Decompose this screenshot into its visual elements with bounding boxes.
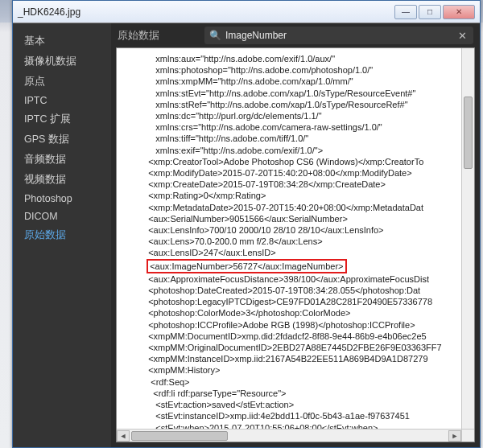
xml-line: <aux:LensID>247</aux:LensID> bbox=[141, 247, 458, 258]
sidebar-item[interactable]: DICOM bbox=[13, 208, 111, 225]
sidebar-item[interactable]: 基本 bbox=[13, 31, 111, 51]
panel-heading: 原始数据 bbox=[118, 28, 198, 43]
xml-line: xmlns:xmpMM="http://ns.adobe.com/xap/1.0… bbox=[141, 76, 458, 87]
titlebar[interactable]: _HDK6246.jpg — □ ✕ bbox=[13, 1, 480, 23]
vertical-scrollbar[interactable] bbox=[461, 48, 474, 429]
xml-line: <stEvt:action>saved</stEvt:action> bbox=[141, 399, 458, 410]
xml-line: <xmpMM:InstanceID>xmp.iid:2167A54B22EE51… bbox=[141, 353, 458, 364]
xml-line: xmlns:stEvt="http://ns.adobe.com/xap/1.0… bbox=[141, 88, 458, 99]
xml-line: <rdf:Seq> bbox=[141, 376, 458, 388]
search-icon: 🔍 bbox=[209, 30, 221, 41]
xml-line: <aux:ApproximateFocusDistance>398/100</a… bbox=[141, 273, 458, 285]
xml-line: xmlns:tiff="http://ns.adobe.com/tiff/1.0… bbox=[141, 133, 458, 144]
sidebar-item[interactable]: GPS 数据 bbox=[13, 129, 111, 150]
xml-line: xmlns:dc="http://purl.org/dc/elements/1.… bbox=[141, 110, 458, 121]
xml-line: <aux:SerialNumber>9051566</aux:SerialNum… bbox=[141, 213, 458, 224]
window-body: 基本摄像机数据原点IPTCIPTC 扩展GPS 数据音频数据视频数据Photos… bbox=[13, 23, 480, 447]
horizontal-scrollbar[interactable]: ◄ ► bbox=[117, 429, 461, 442]
xml-line: <photoshop:ColorMode>3</photoshop:ColorM… bbox=[141, 307, 458, 319]
scroll-left-button[interactable]: ◄ bbox=[117, 430, 130, 442]
xml-line: xmlns:stRef="http://ns.adobe.com/xap/1.0… bbox=[141, 99, 458, 110]
xml-line: xmlns:exif="http://ns.adobe.com/exif/1.0… bbox=[141, 145, 458, 156]
raw-data-panel: xmlns:aux="http://ns.adobe.com/exif/1.0/… bbox=[116, 47, 475, 442]
xml-line: xmlns:crs="http://ns.adobe.com/camera-ra… bbox=[141, 121, 458, 133]
search-input[interactable] bbox=[225, 30, 456, 41]
sidebar-item[interactable]: IPTC bbox=[13, 92, 111, 109]
scroll-corner bbox=[461, 429, 474, 442]
xml-line: <xmpMM:OriginalDocumentID>2EBD27A88E7445… bbox=[141, 342, 458, 353]
xml-line: <xmpMM:DocumentID>xmp.did:2fdadcf2-8f88-… bbox=[141, 331, 458, 342]
xml-line: <rdf:li rdf:parseType="Resource"> bbox=[141, 388, 458, 399]
sidebar-item[interactable]: 原点 bbox=[13, 72, 111, 92]
xml-line: xmlns:photoshop="http://ns.adobe.com/pho… bbox=[141, 64, 458, 76]
xml-line: <aux:Lens>70.0-200.0 mm f/2.8</aux:Lens> bbox=[141, 236, 458, 247]
search-field[interactable]: 🔍 ✕ bbox=[204, 27, 473, 44]
minimize-button[interactable]: — bbox=[394, 5, 417, 19]
scroll-right-button[interactable]: ► bbox=[448, 430, 461, 442]
xml-line: <photoshop:DateCreated>2015-07-19T08:34:… bbox=[141, 285, 458, 296]
xml-line: xmlns:aux="http://ns.adobe.com/exif/1.0/… bbox=[141, 53, 458, 64]
sidebar-item[interactable]: IPTC 扩展 bbox=[13, 109, 111, 129]
xml-line: <photoshop:ICCProfile>Adobe RGB (1998)</… bbox=[141, 319, 458, 331]
horizontal-scroll-thumb[interactable] bbox=[131, 431, 228, 441]
highlighted-match: <aux:ImageNumber>56727</aux:ImageNumber> bbox=[147, 259, 346, 273]
xml-line: <xmp:MetadataDate>2015-07-20T15:40:20+08… bbox=[141, 202, 458, 213]
xml-line: <stEvt:instanceID>xmp.iid:4e2bdd11-0f0c-… bbox=[141, 410, 458, 421]
xml-line: <xmp:Rating>0</xmp:Rating> bbox=[141, 190, 458, 201]
toolbar: 原始数据 🔍 ✕ bbox=[111, 23, 480, 47]
sidebar-item[interactable]: 视频数据 bbox=[13, 170, 111, 190]
sidebar-item[interactable]: 摄像机数据 bbox=[13, 51, 111, 72]
xml-line: <xmp:ModifyDate>2015-07-20T15:40:20+08:0… bbox=[141, 167, 458, 179]
clear-search-icon[interactable]: ✕ bbox=[456, 30, 469, 42]
vertical-scroll-thumb[interactable] bbox=[464, 97, 473, 169]
window-title: _HDK6246.jpg bbox=[18, 6, 393, 18]
xml-line: <photoshop:LegacyIPTCDigest>CE97FD01A28C… bbox=[141, 296, 458, 307]
xml-content[interactable]: xmlns:aux="http://ns.adobe.com/exif/1.0/… bbox=[117, 48, 461, 429]
xml-line: <aux:ImageNumber>56727</aux:ImageNumber> bbox=[141, 259, 458, 273]
main-panel: 原始数据 🔍 ✕ xmlns:aux="http://ns.adobe.com/… bbox=[111, 23, 480, 447]
metadata-window: _HDK6246.jpg — □ ✕ 基本摄像机数据原点IPTCIPTC 扩展G… bbox=[12, 0, 481, 448]
sidebar: 基本摄像机数据原点IPTCIPTC 扩展GPS 数据音频数据视频数据Photos… bbox=[13, 23, 111, 447]
xml-line: <xmp:CreatorTool>Adobe Photoshop CS6 (Wi… bbox=[141, 156, 458, 167]
maximize-button[interactable]: □ bbox=[419, 5, 441, 19]
xml-line: <xmp:CreateDate>2015-07-19T08:34:28</xmp… bbox=[141, 179, 458, 190]
close-button[interactable]: ✕ bbox=[443, 5, 475, 19]
xml-line: <xmpMM:History> bbox=[141, 364, 458, 376]
sidebar-item[interactable]: 音频数据 bbox=[13, 150, 111, 170]
sidebar-item[interactable]: 原始数据 bbox=[13, 225, 111, 245]
xml-line: <aux:LensInfo>700/10 2000/10 28/10 28/10… bbox=[141, 224, 458, 236]
sidebar-item[interactable]: Photoshop bbox=[13, 190, 111, 208]
xml-line: <stEvt:when>2015-07-20T10:55:06+08:00</s… bbox=[141, 422, 458, 430]
